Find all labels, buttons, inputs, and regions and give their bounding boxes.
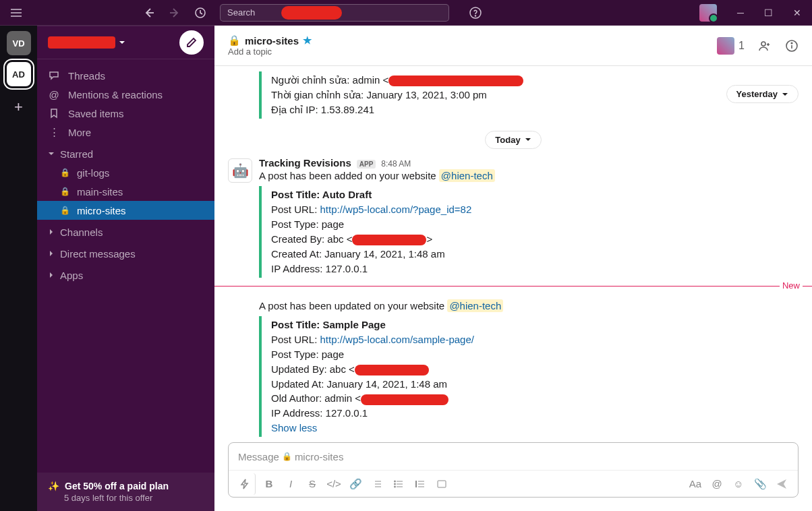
content-area: 🔒 micro-sites ★ Add a topic 1 Người chỉ xyxy=(214,26,812,511)
lock-icon: 🔒 xyxy=(282,452,292,461)
workspace-vd[interactable]: VD xyxy=(7,31,31,55)
message-author[interactable]: Tracking Revisions xyxy=(259,157,351,169)
day-divider-yesterday[interactable]: Yesterday xyxy=(726,85,799,103)
lock-icon: 🔒 xyxy=(228,34,241,47)
day-label: Today xyxy=(495,135,520,145)
new-divider: New xyxy=(214,286,812,287)
mention[interactable]: @hien-tech xyxy=(447,299,503,312)
channel-topic[interactable]: Add a topic xyxy=(228,47,717,57)
day-label: Yesterday xyxy=(736,89,778,99)
att-url-link[interactable]: http://wp5-local.com/?page_id=82 xyxy=(320,204,472,215)
day-divider-today[interactable]: Today xyxy=(485,131,541,149)
att-old-author: Old Author: admin < xyxy=(271,391,799,406)
composer-placeholder-chan: micro-sites xyxy=(295,451,344,462)
sidebar-saved-label: Saved items xyxy=(68,108,124,119)
blockquote-icon[interactable] xyxy=(409,473,431,495)
code-icon[interactable]: </> xyxy=(323,473,345,495)
chevron-down-icon xyxy=(48,150,55,157)
att-url-link[interactable]: http://wp5-local.com/sample-page/ xyxy=(320,334,474,345)
link-icon[interactable]: 🔗 xyxy=(345,473,366,495)
section-dms[interactable]: Direct messages xyxy=(37,244,214,263)
chevron-right-icon xyxy=(48,250,55,257)
section-apps[interactable]: Apps xyxy=(37,266,214,284)
add-workspace-button[interactable]: + xyxy=(14,98,23,116)
bullet-list-icon[interactable] xyxy=(388,473,409,495)
channel-label: main-sites xyxy=(77,186,123,198)
mention[interactable]: @hien-tech xyxy=(439,169,495,182)
titlebar: Search ─ ☐ ✕ xyxy=(0,0,812,26)
svg-point-20 xyxy=(395,486,396,487)
workspace-header[interactable] xyxy=(37,26,214,59)
day-divider: Today xyxy=(214,131,812,149)
mention-icon[interactable]: @ xyxy=(706,473,728,495)
user-avatar[interactable] xyxy=(699,4,717,22)
search-input[interactable]: Search xyxy=(220,4,449,22)
chevron-right-icon xyxy=(48,272,55,278)
back-button[interactable] xyxy=(143,7,155,19)
more-icon: ⋮ xyxy=(48,126,60,138)
sidebar-threads[interactable]: Threads xyxy=(37,66,214,85)
minimize-button[interactable]: ─ xyxy=(737,7,744,18)
send-icon[interactable] xyxy=(771,473,792,495)
threads-icon xyxy=(48,70,60,81)
compose-button[interactable] xyxy=(179,30,204,55)
message-composer: Message 🔒 micro-sites B I S </> 🔗 Aa @ ☺ xyxy=(228,442,799,498)
ordered-list-icon[interactable] xyxy=(366,473,388,495)
sidebar-more[interactable]: ⋮ More xyxy=(37,123,214,142)
channel-label: git-logs xyxy=(77,167,109,179)
section-starred-label: Starred xyxy=(60,148,93,160)
workspace-ad[interactable]: AD xyxy=(7,62,31,86)
redacted-search xyxy=(281,6,342,20)
maximize-button[interactable]: ☐ xyxy=(764,7,773,18)
attach-icon[interactable]: 📎 xyxy=(749,473,771,495)
sidebar-threads-label: Threads xyxy=(68,70,105,82)
section-starred[interactable]: Starred xyxy=(37,144,214,163)
info-icon[interactable] xyxy=(785,39,799,53)
message-time: 8:48 AM xyxy=(381,159,411,169)
history-icon[interactable] xyxy=(194,7,206,19)
help-icon[interactable] xyxy=(469,7,482,19)
star-icon[interactable]: ★ xyxy=(303,34,312,47)
sidebar-mentions[interactable]: @ Mentions & reactions xyxy=(37,85,214,104)
sidebar-saved[interactable]: Saved items xyxy=(37,104,214,123)
svg-point-19 xyxy=(395,483,396,485)
att-created-at: Created At: January 14, 2021, 1:48 am xyxy=(271,247,799,262)
bot-avatar: 🤖 xyxy=(228,158,252,183)
italic-icon[interactable]: I xyxy=(280,473,301,495)
attachment-block: Post Title: Auto Draft Post URL: http://… xyxy=(259,186,799,277)
sidebar-mentions-label: Mentions & reactions xyxy=(68,89,163,100)
channel-micro-sites[interactable]: 🔒micro-sites xyxy=(37,201,214,220)
channel-name[interactable]: 🔒 micro-sites ★ xyxy=(228,34,717,47)
messages-list: Người chỉnh sửa: admin < Thời gian chỉnh… xyxy=(214,66,812,442)
forward-button[interactable] xyxy=(169,7,181,19)
section-channels[interactable]: Channels xyxy=(37,222,214,241)
section-apps-label: Apps xyxy=(60,270,83,281)
att-created-by: Created By: abc <> xyxy=(271,232,799,247)
add-people-icon[interactable] xyxy=(758,39,772,53)
hamburger-icon[interactable] xyxy=(11,9,22,17)
close-button[interactable]: ✕ xyxy=(793,7,801,18)
channel-git-logs[interactable]: 🔒git-logs xyxy=(37,163,214,182)
emoji-icon[interactable]: ☺ xyxy=(728,473,749,495)
offer-title-label: Get 50% off a paid plan xyxy=(65,481,169,491)
codeblock-icon[interactable] xyxy=(431,473,453,495)
shortcuts-icon[interactable] xyxy=(234,473,256,495)
bold-icon[interactable]: B xyxy=(258,473,280,495)
sidebar-offer[interactable]: ✨Get 50% off a paid plan 5 days left for… xyxy=(37,473,214,511)
channel-main-sites[interactable]: 🔒main-sites xyxy=(37,182,214,201)
strike-icon[interactable]: S xyxy=(301,473,323,495)
app-badge: APP xyxy=(357,160,376,169)
show-less-button[interactable]: Show less xyxy=(271,421,799,435)
chevron-down-icon xyxy=(525,136,531,143)
lock-icon: 🔒 xyxy=(60,168,70,177)
svg-point-7 xyxy=(475,15,475,16)
format-icon[interactable]: Aa xyxy=(685,473,706,495)
svg-point-18 xyxy=(395,481,396,482)
search-placeholder: Search xyxy=(227,7,255,18)
members-button[interactable]: 1 xyxy=(717,37,745,55)
composer-input[interactable]: Message 🔒 micro-sites xyxy=(229,443,798,470)
redacted-email xyxy=(352,235,426,245)
att-ip: IP Address: 127.0.0.1 xyxy=(271,262,799,276)
composer-toolbar: B I S </> 🔗 Aa @ ☺ 📎 xyxy=(229,470,798,497)
sidebar-more-label: More xyxy=(68,127,91,138)
